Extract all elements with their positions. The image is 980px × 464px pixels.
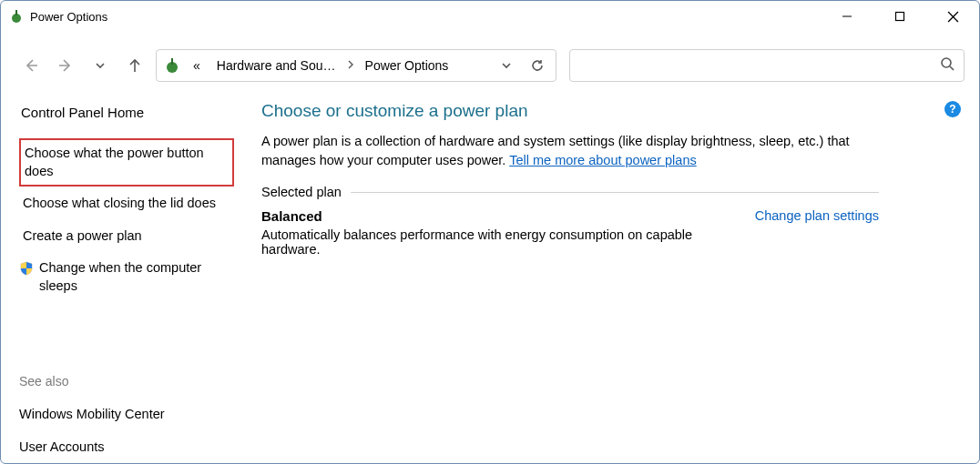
selected-plan-group-label: Selected plan xyxy=(261,185,879,199)
svg-rect-10 xyxy=(171,58,173,65)
control-panel-home-link[interactable]: Control Panel Home xyxy=(19,101,234,124)
sidebar-link-power-button[interactable]: Choose what the power button does xyxy=(19,138,234,187)
address-dropdown-button[interactable] xyxy=(494,53,519,78)
shield-icon xyxy=(19,261,34,276)
sidebar-link-computer-sleeps[interactable]: Change when the computer sleeps xyxy=(19,253,234,301)
navbar: « Hardware and Sou… Power Options xyxy=(1,46,979,85)
address-bar[interactable]: « Hardware and Sou… Power Options xyxy=(156,49,556,82)
help-button[interactable]: ? xyxy=(944,101,961,117)
window-controls xyxy=(821,1,979,32)
svg-point-11 xyxy=(942,58,951,67)
change-plan-settings-link[interactable]: Change plan settings xyxy=(755,208,879,223)
search-icon xyxy=(940,56,954,75)
breadcrumb-item-hardware[interactable]: Hardware and Sou… xyxy=(211,55,342,76)
svg-rect-1 xyxy=(15,10,17,15)
group-label-text: Selected plan xyxy=(261,185,342,199)
refresh-button[interactable] xyxy=(525,53,550,78)
maximize-button[interactable] xyxy=(873,1,926,32)
see-also-section: See also Windows Mobility Center User Ac… xyxy=(19,374,234,462)
nav-recent-button[interactable] xyxy=(85,50,116,81)
chevron-right-icon[interactable] xyxy=(347,60,354,71)
plan-row: Balanced Automatically balances performa… xyxy=(261,208,879,257)
sidebar: Control Panel Home Choose what the power… xyxy=(19,101,245,463)
power-options-icon xyxy=(8,8,25,25)
nav-back-button[interactable] xyxy=(15,50,46,81)
page-description: A power plan is a collection of hardware… xyxy=(261,132,879,170)
titlebar: Power Options xyxy=(1,1,979,32)
breadcrumb-item-power-options[interactable]: Power Options xyxy=(360,55,454,76)
close-button[interactable] xyxy=(926,1,979,32)
plan-name: Balanced xyxy=(261,208,737,224)
divider xyxy=(351,192,879,193)
see-also-mobility-center[interactable]: Windows Mobility Center xyxy=(19,399,234,430)
search-box[interactable] xyxy=(569,49,965,82)
plan-info: Balanced Automatically balances performa… xyxy=(261,208,737,257)
main-panel: ? Choose or customize a power plan A pow… xyxy=(245,101,961,463)
svg-rect-3 xyxy=(896,13,904,21)
window-title: Power Options xyxy=(30,10,107,24)
tell-me-more-link[interactable]: Tell me more about power plans xyxy=(509,153,697,167)
svg-line-12 xyxy=(950,66,954,70)
content-area: Control Panel Home Choose what the power… xyxy=(1,85,979,463)
power-plan-icon xyxy=(162,55,182,76)
see-also-user-accounts[interactable]: User Accounts xyxy=(19,432,234,463)
sidebar-link-create-plan[interactable]: Create a power plan xyxy=(19,221,234,252)
nav-forward-button[interactable] xyxy=(50,50,81,81)
breadcrumb-prefix: « xyxy=(188,55,206,76)
sidebar-item-label: Change when the computer sleeps xyxy=(39,259,227,295)
minimize-button[interactable] xyxy=(821,1,873,32)
nav-up-button[interactable] xyxy=(119,50,150,81)
plan-description: Automatically balances performance with … xyxy=(261,227,737,257)
see-also-heading: See also xyxy=(19,374,234,388)
sidebar-link-closing-lid[interactable]: Choose what closing the lid does xyxy=(19,188,234,219)
page-heading: Choose or customize a power plan xyxy=(261,101,879,121)
